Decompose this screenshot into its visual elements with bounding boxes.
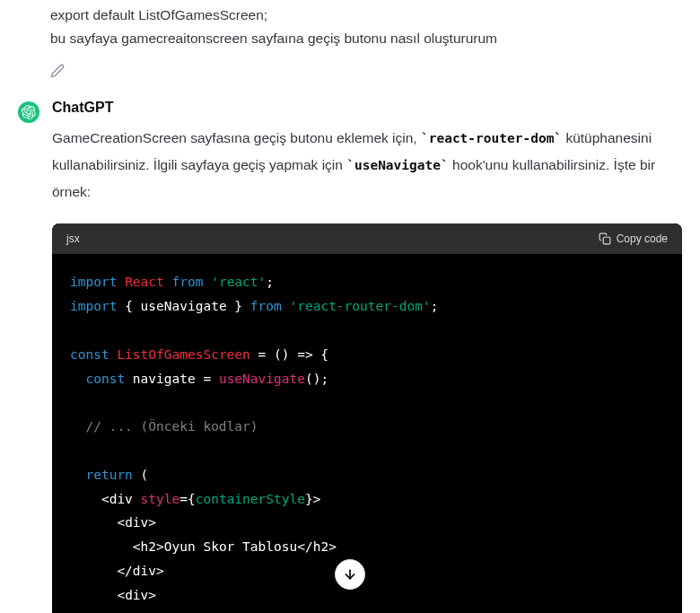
code-line: <div style={containerStyle}> <box>70 487 664 512</box>
copy-code-button[interactable]: Copy code <box>599 232 668 245</box>
code-line: <div> <box>70 583 664 608</box>
code-line: return ( <box>70 463 664 487</box>
inline-code: `useNavigate` <box>346 158 449 172</box>
code-lang-label: jsx <box>66 232 80 245</box>
clipboard-icon <box>599 232 611 245</box>
user-message: export default ListOfGamesScreen; bu say… <box>50 0 682 82</box>
text-span: GameCreationScreen sayfasına geçiş buton… <box>52 130 421 145</box>
code-line: const ListOfGamesScreen = () => { <box>70 343 664 367</box>
assistant-avatar <box>18 101 39 123</box>
code-line: import React from 'react'; <box>70 270 664 294</box>
edit-message-button[interactable] <box>50 64 65 78</box>
assistant-paragraph: GameCreationScreen sayfasına geçiş buton… <box>52 125 682 206</box>
assistant-name: ChatGPT <box>52 100 682 116</box>
pencil-icon <box>50 64 65 78</box>
code-block: jsx Copy code import React from 'react';… <box>52 223 682 613</box>
code-line: <div> <box>70 511 664 535</box>
inline-code: `react-router-dom` <box>421 131 562 145</box>
openai-logo-icon <box>22 105 36 119</box>
code-line <box>70 319 664 343</box>
user-text-line: export default ListOfGamesScreen; <box>50 4 682 27</box>
code-line <box>70 439 664 463</box>
code-line: </div> <box>70 559 664 583</box>
copy-code-label: Copy code <box>617 232 668 245</box>
code-line: import { useNavigate } from 'react-route… <box>70 294 664 319</box>
svg-rect-0 <box>603 238 610 245</box>
code-line: <h2>Oyun Skor Tablosu</h2> <box>70 535 664 559</box>
code-line: // ... (Önceki kodlar) <box>70 415 664 439</box>
scroll-down-button[interactable] <box>335 559 365 590</box>
assistant-message: ChatGPT GameCreationScreen sayfasına geç… <box>18 100 682 613</box>
code-header: jsx Copy code <box>52 223 682 254</box>
arrow-down-icon <box>343 567 357 582</box>
user-text-line: bu sayfaya gamecreaitonscreen sayfaına g… <box>50 27 682 50</box>
code-line <box>70 390 664 415</box>
code-body[interactable]: import React from 'react'; import { useN… <box>52 254 682 613</box>
code-line: const navigate = useNavigate(); <box>70 367 664 391</box>
